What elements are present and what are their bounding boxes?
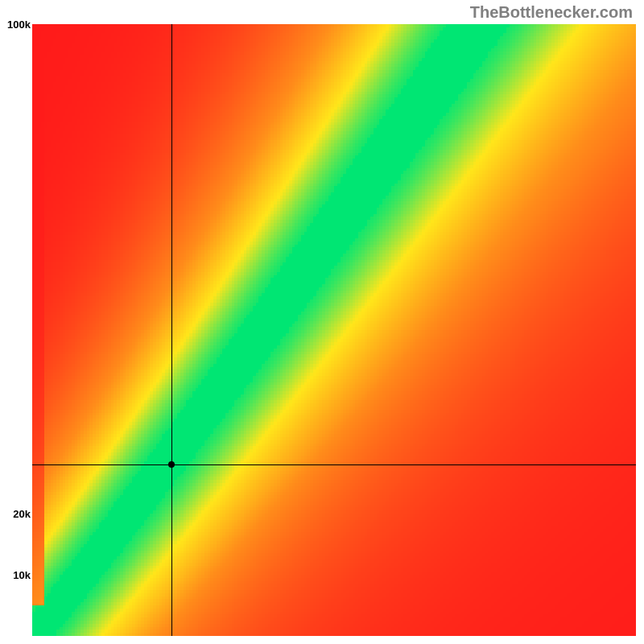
heatmap-canvas <box>32 24 636 636</box>
crosshair-vertical <box>171 24 172 636</box>
y-tick-label: 10k <box>13 569 31 581</box>
marker-dot <box>168 461 175 468</box>
crosshair-horizontal <box>32 464 636 465</box>
watermark-text: TheBottleneсker.com <box>470 3 633 22</box>
y-tick-label: 100k <box>7 19 31 31</box>
chart-plot-area <box>32 24 636 636</box>
y-tick-label: 20k <box>13 508 31 520</box>
